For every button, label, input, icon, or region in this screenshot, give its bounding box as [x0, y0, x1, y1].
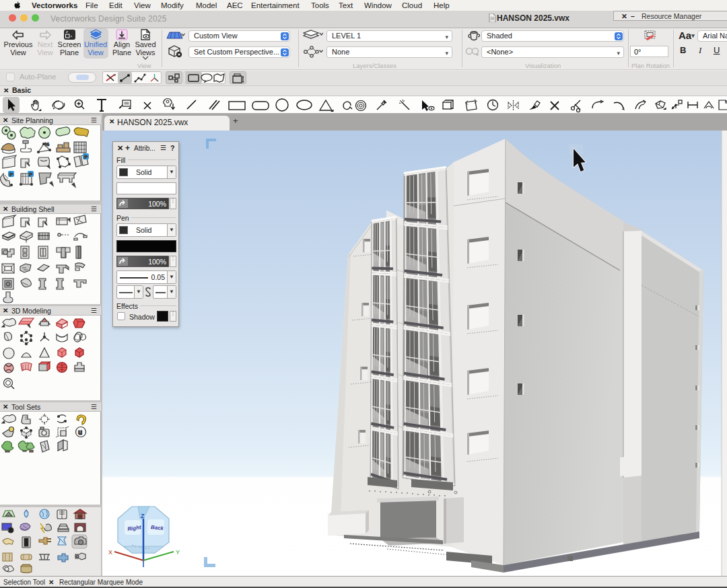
svg-text:X: X: [108, 549, 112, 556]
svg-text:Z: Z: [141, 513, 145, 519]
svg-text:Y: Y: [176, 549, 180, 556]
svg-text:%: %: [44, 141, 49, 147]
svg-text:P: P: [84, 154, 88, 160]
svg-text:u: u: [78, 429, 82, 436]
svg-text:P: P: [29, 172, 33, 178]
svg-text:P: P: [9, 172, 13, 178]
